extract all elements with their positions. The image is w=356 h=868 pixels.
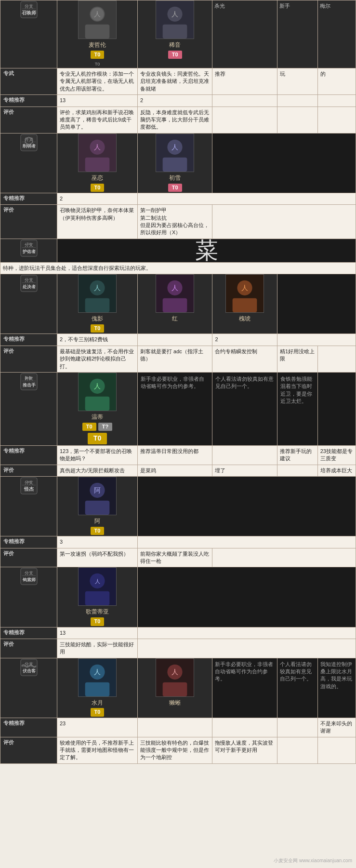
pusher-col5	[317, 373, 356, 446]
ambusher-icon: 分支 伏击客	[20, 658, 38, 677]
svg-text:▶▶: ▶▶	[25, 374, 33, 380]
pj-am5	[317, 737, 356, 763]
zpjx-p2: 推荐温蒂日常图没用的都	[138, 445, 212, 465]
col-shaguang: 杀光	[212, 0, 277, 68]
branch-guardian-row: 分支 护佑者 Ν 菜	[0, 239, 356, 262]
branch-debuffer-cell: 分支 削弱者	[0, 133, 57, 193]
col-newhand: 新手	[277, 0, 317, 68]
svg-text:人: 人	[171, 144, 178, 151]
pj-p2: 是菜鸡	[138, 465, 212, 476]
summoner-icon: 分支 召唤师	[20, 0, 38, 19]
pusher-col4: 食铁兽勉强能混着当下临时近卫，要是你近卫太烂。	[277, 373, 317, 446]
oddguy-empty	[138, 476, 356, 536]
zpjx-c4	[277, 95, 317, 107]
pj-mazhelun: 评价，求菜鸡别再和新手说召唤难度高了，稀音专武后比9成干员简单了。	[57, 107, 138, 133]
zpjx-c5	[317, 95, 356, 107]
svg-text:护佑者: 护佑者	[22, 248, 35, 254]
ambusher-col4: 个人看法请勿较真如有意见自己列一个。	[277, 658, 317, 718]
pj-chuxue: 第一削护甲第二制法抗但是因为要占据核心高台位，所以很好用（X）	[138, 205, 212, 239]
branch-ambusher-cell: 分支 伏击客	[0, 658, 57, 718]
zpjx-p3	[212, 445, 277, 465]
guardian-note-row: 特种，进阶玩法干员集合处，适合想深度自行探索玩法的玩家。	[0, 262, 356, 274]
svg-rect-40	[163, 298, 187, 312]
main-table: 分支 召唤师 人 麦哲伦	[0, 0, 356, 764]
shaguang-label: 杀光	[214, 2, 275, 10]
svg-rect-44	[233, 298, 257, 312]
op-name-shuiyue: 水月	[57, 699, 137, 707]
zpjx-wendi: 123，第一个不要部署位的召唤物是她吗？	[57, 445, 138, 465]
svg-text:召唤师: 召唤师	[22, 10, 36, 15]
ambusher-col5: 我知道控制伊桑上限比水月高，我是米玩游戏的。	[317, 658, 356, 718]
pj-shuiyue: 较难使用的千员，不推荐新手上手就练，需要对地图和怪物有一定了解。	[57, 737, 138, 763]
pj-debuffer-rest	[212, 205, 356, 239]
op-name-hong: 红	[138, 315, 212, 323]
meier-label: 梅尔	[320, 2, 354, 10]
t0-badge-wendi-2: T?	[98, 423, 112, 431]
pj-c3	[212, 107, 277, 133]
zpjx-huaihu: 2	[212, 334, 277, 346]
summoner-zpjx-row: 专精推荐 13 2	[0, 95, 356, 107]
op-cell-chuxue: 人 初雪 T0	[138, 133, 212, 193]
t0-badge-kuiying: T0	[91, 324, 105, 333]
avatar-hong: 人	[156, 274, 194, 313]
avatar-wendi: 人	[78, 373, 117, 411]
svg-rect-36	[85, 298, 110, 312]
col-meier: 梅尔	[317, 0, 356, 68]
avatar-huaihu: 人	[225, 274, 264, 313]
t0-badge-wendi-1: T0	[82, 423, 96, 431]
pusher-icon: 分支 推击手 ▶▶	[20, 373, 38, 391]
label-zpjx-ambusher: 专精推荐	[0, 718, 57, 737]
hookmaster-empty	[138, 567, 356, 627]
zpjx-p5: 23技能都是专三质变	[317, 445, 356, 465]
svg-text:人: 人	[94, 668, 101, 676]
pj-c5	[317, 107, 356, 133]
avatar-a: 阿	[78, 477, 117, 515]
avatar-xiyin: 人	[156, 0, 194, 39]
t0-badge-chuxue: T0	[168, 184, 182, 192]
pj-c4	[277, 107, 317, 133]
svg-text:分支: 分支	[25, 571, 33, 576]
svg-rect-11	[163, 25, 187, 39]
label-zpjx-pusher: 专精推荐	[0, 445, 57, 465]
op-name-a: 阿	[57, 517, 137, 525]
zpjx-debuffer-rest	[138, 193, 356, 204]
avatar-mazhelun: 人	[78, 0, 117, 39]
guardian-char-cell: 菜	[57, 239, 356, 262]
label-zpjx-oddguy: 专精推荐	[0, 536, 57, 548]
op-name-kuiying: 傀影	[57, 315, 137, 323]
svg-text:处决者: 处决者	[22, 284, 35, 289]
avatar-shuiyue: 人	[78, 658, 117, 697]
svg-text:∞: ∞	[27, 479, 30, 484]
ambusher-pj-row: 评价 较难使用的千员，不推荐新手上手就练，需要对地图和怪物有一定了解。 三技能比…	[0, 737, 356, 763]
svg-text:人: 人	[94, 284, 101, 292]
op-name-chuxue: 初雪	[138, 174, 212, 182]
label-pj-hookmaster: 评价	[0, 639, 57, 658]
executor-zpjx-row: 专精推荐 2，不专三别精2费钱 2	[0, 334, 356, 346]
guardian-note: 特种，进阶玩法干员集合处，适合想深度自行探索玩法的玩家。	[0, 262, 356, 274]
debuffer-pj-row: 评价 召唤物灵活刷护甲，奈何本体菜（伊芙利特伤害多高啊） 第一削护甲第二制法抗但…	[0, 205, 356, 239]
t0-badge-wendi-big: T0	[88, 433, 107, 444]
zwu-shaguang: 推荐	[212, 68, 277, 94]
guardian-icon: 分支 护佑者 Ν	[20, 239, 38, 257]
ambusher-col3: 新手非必要职业，非强者自动省略可作为合约参考。	[212, 658, 277, 718]
pj-hookmaster-rest	[138, 639, 356, 658]
branch-pusher-cell: 分支 推击手 ▶▶	[0, 373, 57, 446]
zpjx-executor-rest	[277, 334, 356, 346]
svg-rect-28	[22, 247, 36, 248]
debuffer-empty-cols	[212, 133, 356, 193]
pj-e5	[317, 346, 356, 372]
label-pj-ambusher: 评价	[0, 737, 57, 763]
t0-badge-xiyin: T0	[168, 51, 182, 59]
svg-rect-19	[85, 157, 110, 171]
svg-text:削弱者: 削弱者	[22, 143, 35, 148]
debuffer-zpjx-row: 专精推荐 2	[0, 193, 356, 204]
op-name-geleidi: 歌蕾蒂亚	[57, 608, 137, 616]
branch-guardian-cell: 分支 护佑者 Ν	[0, 239, 57, 262]
zpjx-c3	[212, 95, 277, 107]
svg-text:推击手: 推击手	[22, 383, 35, 387]
pusher-pj-row: 评价 真伤超大力/无限拦截断攻击 是菜鸡 埋了 培养成本巨大	[0, 465, 356, 476]
avatar-wulian: 人	[78, 134, 117, 172]
svg-rect-49	[22, 381, 36, 381]
svg-text:人: 人	[94, 11, 101, 18]
op-cell-hong: 人 红	[138, 274, 212, 334]
